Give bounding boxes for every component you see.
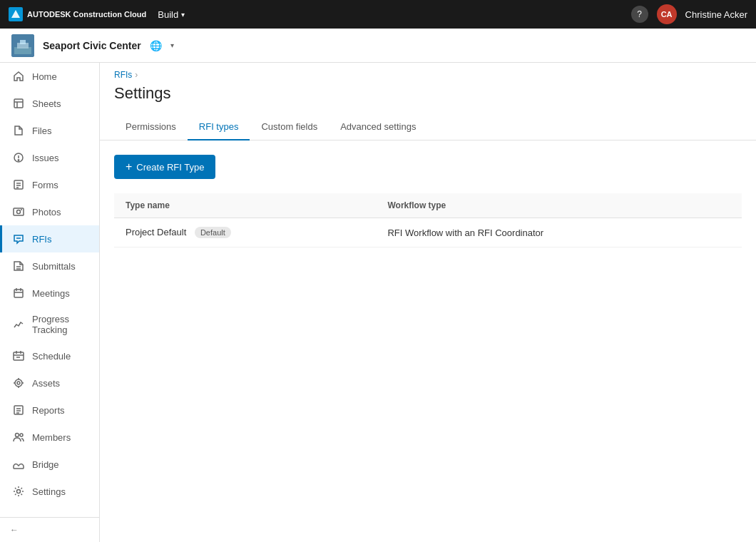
- breadcrumb-rfis-link[interactable]: RFIs: [114, 70, 132, 80]
- home-icon: [12, 70, 25, 83]
- sidebar-item-photos[interactable]: Photos: [0, 198, 99, 225]
- main-layout: Home Sheets Files: [0, 63, 756, 542]
- sidebar-item-label: Photos: [32, 207, 61, 218]
- svg-point-29: [15, 379, 22, 387]
- sidebar-item-issues[interactable]: Issues: [0, 144, 99, 171]
- svg-point-39: [16, 434, 19, 437]
- autodesk-logo-icon: [9, 7, 23, 21]
- table-body: Project Default Default RFI Workflow wit…: [114, 218, 742, 247]
- sidebar-item-label: Progress Tracking: [32, 314, 89, 335]
- sidebar-item-forms[interactable]: Forms: [0, 171, 99, 198]
- cell-type-name: Project Default Default: [114, 218, 376, 247]
- photos-icon: [12, 205, 25, 218]
- sidebar-item-label: Sheets: [32, 98, 61, 109]
- svg-point-9: [18, 160, 19, 161]
- globe-icon[interactable]: 🌐: [150, 40, 162, 51]
- project-chevron-icon[interactable]: ▾: [170, 41, 174, 49]
- rfis-icon: [12, 232, 25, 245]
- table-row: Project Default Default RFI Workflow wit…: [114, 218, 742, 247]
- sidebar-item-label: Forms: [32, 180, 58, 190]
- sidebar-item-home[interactable]: Home: [0, 63, 99, 90]
- sidebar-item-rfis[interactable]: RFIs: [0, 225, 99, 252]
- cell-workflow-type: RFI Workflow with an RFI Coordinator: [376, 218, 742, 247]
- sidebar-item-submittals[interactable]: Submittals: [0, 252, 99, 280]
- sidebar-item-sheets[interactable]: Sheets: [0, 90, 99, 117]
- col-type-name: Type name: [114, 193, 376, 218]
- sidebar-item-label: Home: [32, 71, 57, 82]
- sidebar-item-reports[interactable]: Reports: [0, 397, 99, 424]
- sidebar-item-assets[interactable]: Assets: [0, 369, 99, 397]
- schedule-icon: [12, 349, 25, 362]
- create-plus-icon: +: [126, 160, 132, 173]
- sidebar-item-meetings[interactable]: Meetings: [0, 280, 99, 307]
- sidebar-back-button[interactable]: ←: [0, 517, 99, 542]
- reports-icon: [12, 404, 25, 416]
- sidebar: Home Sheets Files: [0, 63, 100, 542]
- sidebar-item-label: Members: [32, 432, 71, 443]
- svg-rect-3: [20, 40, 26, 44]
- default-badge: Default: [195, 227, 231, 238]
- create-rfi-type-button[interactable]: + Create RFI Type: [114, 155, 215, 179]
- sidebar-item-label: Assets: [32, 378, 60, 389]
- project-name-label: Seaport Civic Center: [43, 40, 141, 51]
- type-name-value: Project Default: [126, 227, 186, 237]
- build-label: Build: [158, 9, 178, 20]
- sidebar-item-progress-tracking[interactable]: Progress Tracking: [0, 307, 99, 342]
- help-button[interactable]: ?: [631, 6, 648, 23]
- sidebar-item-label: RFIs: [32, 234, 51, 245]
- create-button-label: Create RFI Type: [136, 162, 204, 173]
- sheets-icon: [12, 97, 25, 110]
- tab-permissions[interactable]: Permissions: [114, 114, 188, 140]
- progress-tracking-icon: [12, 318, 25, 331]
- issues-icon: [12, 151, 25, 164]
- sidebar-item-files[interactable]: Files: [0, 117, 99, 144]
- sidebar-item-label: Settings: [32, 486, 66, 497]
- files-icon: [12, 124, 25, 137]
- svg-point-30: [17, 382, 20, 384]
- sidebar-item-label: Submittals: [32, 261, 76, 272]
- sidebar-item-bridge[interactable]: Bridge: [0, 451, 99, 478]
- tab-advanced-settings[interactable]: Advanced settings: [329, 114, 427, 140]
- svg-rect-14: [14, 208, 24, 215]
- content-area: RFIs › Settings Permissions RFI types Cu…: [100, 63, 756, 542]
- settings-icon: [12, 485, 25, 498]
- svg-point-40: [20, 434, 23, 436]
- tab-custom-fields[interactable]: Custom fields: [250, 114, 329, 140]
- sidebar-item-members[interactable]: Members: [0, 424, 99, 451]
- svg-rect-24: [14, 352, 24, 360]
- rfi-types-table: Type name Workflow type Project Default …: [114, 193, 742, 247]
- help-icon: ?: [637, 9, 642, 19]
- bridge-icon: [12, 458, 25, 471]
- meetings-icon: [12, 287, 25, 300]
- project-bar: Seaport Civic Center 🌐 ▾: [0, 29, 756, 63]
- svg-point-44: [17, 490, 21, 494]
- sidebar-item-label: Reports: [32, 405, 65, 416]
- forms-icon: [12, 178, 25, 191]
- tabs-bar: Permissions RFI types Custom fields Adva…: [100, 114, 756, 140]
- avatar: CA: [657, 4, 677, 24]
- sidebar-item-settings[interactable]: Settings: [0, 478, 99, 505]
- sidebar-item-label: Bridge: [32, 459, 59, 470]
- build-chevron-icon: ▾: [181, 11, 185, 19]
- svg-rect-20: [14, 290, 23, 297]
- svg-point-16: [21, 209, 22, 210]
- back-icon: ←: [10, 525, 19, 535]
- build-button[interactable]: Build ▾: [152, 6, 190, 23]
- svg-rect-4: [14, 99, 23, 108]
- members-icon: [12, 431, 25, 444]
- user-name-label: Christine Acker: [685, 9, 747, 20]
- table-header: Type name Workflow type: [114, 193, 742, 218]
- svg-point-15: [17, 210, 21, 214]
- tab-rfi-types[interactable]: RFI types: [188, 114, 250, 140]
- col-workflow-type: Workflow type: [376, 193, 742, 218]
- topbar-left: AUTODESK Construction Cloud Build ▾: [9, 6, 190, 23]
- topbar-right: ? CA Christine Acker: [631, 4, 747, 24]
- page-title: Settings: [100, 80, 756, 114]
- sidebar-item-label: Meetings: [32, 288, 70, 299]
- sidebar-item-schedule[interactable]: Schedule: [0, 342, 99, 369]
- assets-icon: [12, 377, 25, 389]
- breadcrumb: RFIs ›: [100, 63, 756, 80]
- sidebar-item-label: Schedule: [32, 351, 71, 362]
- breadcrumb-separator: ›: [135, 70, 138, 80]
- submittals-icon: [12, 260, 25, 272]
